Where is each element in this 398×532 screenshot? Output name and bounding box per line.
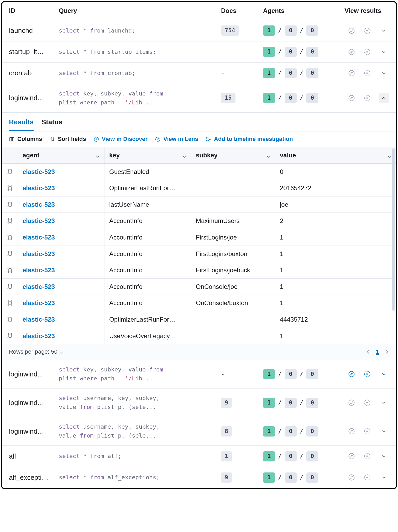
docs-cell: 9 xyxy=(221,398,263,408)
expand-toggle[interactable] xyxy=(379,93,389,103)
svg-point-68 xyxy=(349,475,354,480)
discover-icon[interactable] xyxy=(347,26,356,35)
docs-cell: 1 xyxy=(221,451,263,461)
svg-point-34 xyxy=(8,238,9,240)
cell-subkey: MaximumUsers xyxy=(191,213,275,229)
cell-agent[interactable]: elastic-523 xyxy=(18,246,104,262)
row-tree-icon[interactable] xyxy=(2,328,18,344)
agent-success-chip: 1 xyxy=(263,47,275,57)
cell-agent[interactable]: elastic-523 xyxy=(18,196,104,213)
expand-toggle[interactable] xyxy=(379,426,389,437)
lens-icon[interactable] xyxy=(363,427,372,436)
expand-toggle[interactable] xyxy=(379,369,389,379)
expand-toggle[interactable] xyxy=(379,25,389,36)
grid-row: elastic-523 AccountInfo MaximumUsers 2 xyxy=(2,213,396,229)
cell-agent[interactable]: elastic-523 xyxy=(18,229,104,246)
expand-toggle[interactable] xyxy=(379,47,389,57)
lens-icon[interactable] xyxy=(363,370,372,379)
row-tree-icon[interactable] xyxy=(2,295,18,311)
svg-point-51 xyxy=(11,304,12,305)
cell-agent[interactable]: elastic-523 xyxy=(18,328,104,344)
cell-agent[interactable]: elastic-523 xyxy=(18,213,104,229)
svg-point-21 xyxy=(11,186,12,187)
row-tree-icon[interactable] xyxy=(2,180,18,196)
row-tree-icon[interactable] xyxy=(2,196,18,213)
cell-subkey: OnConsole/buxton xyxy=(191,295,275,311)
discover-icon[interactable] xyxy=(347,427,356,436)
cell-agent[interactable]: elastic-523 xyxy=(18,311,104,328)
agent-pending-chip: 0 xyxy=(285,47,297,57)
grid-header-value[interactable]: value⌵ xyxy=(275,147,396,163)
expand-toggle[interactable] xyxy=(379,68,389,78)
row-tree-icon[interactable] xyxy=(2,279,18,295)
agent-success-chip: 1 xyxy=(263,93,275,103)
expand-toggle[interactable] xyxy=(379,397,389,408)
cell-key: GuestEnabled xyxy=(104,164,191,180)
header-query: Query xyxy=(59,6,221,15)
row-tree-icon[interactable] xyxy=(2,164,18,180)
lens-icon[interactable] xyxy=(363,452,372,461)
grid-header-key[interactable]: key⌵ xyxy=(104,147,191,163)
lens-icon[interactable] xyxy=(363,473,372,482)
header-id: ID xyxy=(9,6,59,15)
agent-pending-chip: 0 xyxy=(285,68,297,78)
svg-point-24 xyxy=(8,202,9,203)
cell-agent[interactable]: elastic-523 xyxy=(18,295,104,311)
add-timeline-link[interactable]: Add to timeline investigation xyxy=(206,135,293,143)
cell-value: 44435712 xyxy=(275,311,396,328)
scrollbar[interactable] xyxy=(392,148,395,311)
row-tree-icon[interactable] xyxy=(2,262,18,278)
expand-toggle[interactable] xyxy=(379,472,389,483)
row-tree-icon[interactable] xyxy=(2,213,18,229)
discover-icon[interactable] xyxy=(347,69,356,78)
cell-agent[interactable]: elastic-523 xyxy=(18,180,104,196)
cell-agent[interactable]: elastic-523 xyxy=(18,279,104,295)
sort-label: Sort fields xyxy=(58,135,86,143)
query-row: alf_excepti… select * from alf_exception… xyxy=(2,467,396,488)
row-tree-icon[interactable] xyxy=(2,246,18,262)
query-sql: select username, key, subkey,value from … xyxy=(59,422,221,440)
lens-icon[interactable] xyxy=(363,94,372,103)
discover-icon[interactable] xyxy=(347,94,356,103)
lens-icon[interactable] xyxy=(363,47,372,56)
header-agents: Agents xyxy=(263,6,337,15)
discover-icon[interactable] xyxy=(347,47,356,56)
row-actions xyxy=(337,472,389,483)
cell-agent[interactable]: elastic-523 xyxy=(18,262,104,278)
expand-toggle[interactable] xyxy=(379,451,389,461)
next-page[interactable] xyxy=(385,349,389,355)
view-discover-link[interactable]: View in Discover xyxy=(93,135,148,143)
rows-per-page[interactable]: Rows per page: 50 ⌵ xyxy=(9,348,64,356)
columns-button[interactable]: Columns xyxy=(9,135,42,143)
prev-page[interactable] xyxy=(366,349,370,355)
discover-icon[interactable] xyxy=(347,370,356,379)
row-tree-icon[interactable] xyxy=(2,229,18,246)
cell-key: AccountInfo xyxy=(104,279,191,295)
cell-subkey: FirstLogins/joe xyxy=(191,229,275,246)
row-tree-icon[interactable] xyxy=(2,311,18,328)
grid-row: elastic-523 AccountInfo FirstLogins/joeb… xyxy=(2,262,396,279)
agent-failed-chip: 0 xyxy=(306,472,318,483)
view-lens-link[interactable]: View in Lens xyxy=(155,135,198,143)
tab-results[interactable]: Results xyxy=(9,117,34,131)
discover-icon[interactable] xyxy=(347,452,356,461)
grid-header-agent[interactable]: agent⌵ xyxy=(18,147,104,163)
docs-cell: 8 xyxy=(221,426,263,437)
agent-failed-chip: 0 xyxy=(306,426,318,437)
query-id: alf_excepti… xyxy=(9,473,59,482)
grid-header-subkey[interactable]: subkey⌵ xyxy=(191,147,275,163)
svg-point-66 xyxy=(349,454,354,459)
cell-agent[interactable]: elastic-523 xyxy=(18,164,104,180)
tab-status[interactable]: Status xyxy=(41,117,62,131)
cell-value: 201654272 xyxy=(275,180,396,196)
discover-icon[interactable] xyxy=(347,473,356,482)
page-number[interactable]: 1 xyxy=(376,348,379,356)
svg-point-36 xyxy=(8,252,9,253)
lens-icon[interactable] xyxy=(363,69,372,78)
query-id: loginwind… xyxy=(9,427,59,436)
lens-icon[interactable] xyxy=(363,398,372,407)
discover-icon[interactable] xyxy=(347,398,356,407)
docs-badge: 9 xyxy=(221,398,232,408)
sort-button[interactable]: Sort fields xyxy=(49,135,86,143)
lens-icon[interactable] xyxy=(363,26,372,35)
